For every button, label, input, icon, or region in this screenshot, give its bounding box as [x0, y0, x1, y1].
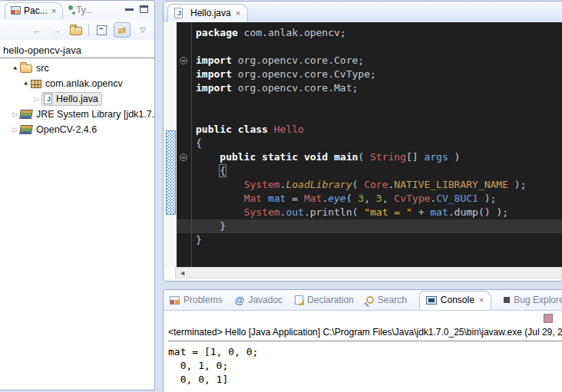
code-token: args: [424, 151, 448, 163]
code-line[interactable]: [192, 40, 562, 54]
horizontal-scrollbar[interactable]: ◄: [175, 267, 562, 278]
back-arrow-icon[interactable]: →: [31, 23, 45, 37]
expanded-arrow-icon[interactable]: ▼: [21, 81, 31, 87]
collapsed-arrow-icon[interactable]: ▷: [11, 126, 20, 133]
tab-type-hierarchy[interactable]: Ty...: [63, 2, 98, 18]
code-line[interactable]: }: [192, 233, 562, 247]
code-line[interactable]: import org.opencv.core.Mat;: [192, 81, 562, 95]
tree-item-hello-java[interactable]: ▷Hello.java: [0, 91, 154, 107]
code-line[interactable]: {: [192, 137, 562, 150]
toolbar-separator: [88, 24, 89, 36]
code-token: System: [244, 206, 280, 218]
code-line[interactable]: {: [192, 164, 562, 178]
code-token: mat: [268, 193, 286, 204]
tree-item-src[interactable]: ▼src: [0, 61, 154, 76]
collapsed-arrow-icon[interactable]: ▷: [32, 95, 41, 103]
tab-console[interactable]: Console×: [419, 291, 491, 310]
code-line[interactable]: }: [192, 219, 562, 233]
console-toolbar-icon[interactable]: [544, 314, 553, 323]
collapse-all-icon[interactable]: [97, 25, 107, 35]
code-token: 3: [376, 193, 382, 204]
tree-item-label: src: [36, 63, 49, 74]
tab-problems[interactable]: Problems: [170, 295, 223, 305]
console-panel: Problems@JavadocDeclarationSearchConsole…: [163, 289, 562, 392]
tree-item-com-anlak-opencv[interactable]: ▼com.anlak.opencv: [0, 76, 154, 91]
code-token: {: [220, 165, 226, 176]
close-icon[interactable]: ×: [235, 8, 241, 18]
library-icon: [19, 125, 33, 134]
forward-arrow-icon[interactable]: →: [50, 23, 64, 37]
code-token: (: [352, 179, 365, 190]
tree-item-label: com.anlak.opencv: [45, 78, 123, 89]
gutter-row: [177, 109, 191, 123]
tree-item-jre-system-library-jdk1-7-0-25-[interactable]: ▷JRE System Library [jdk1.7.0_25]: [0, 107, 154, 122]
code-token: [262, 193, 268, 204]
code-token: {: [196, 137, 202, 149]
package-explorer-panel: Pac... × Ty... → → ⇄ ▽ hello-opencv-java…: [0, 0, 155, 390]
code-editor[interactable]: package com.anlak.opencv;import org.open…: [165, 22, 562, 267]
code-token: (: [358, 151, 370, 163]
code-token: }: [196, 220, 226, 232]
tree-item-label: Hello.java: [56, 94, 98, 104]
gutter-row: [177, 68, 191, 81]
code-token: ,: [364, 193, 376, 204]
link-with-editor-icon[interactable]: ⇄: [114, 22, 131, 38]
tab-declaration[interactable]: Declaration: [295, 295, 354, 305]
console-output[interactable]: mat = [1, 0, 0; 0, 1, 0; 0, 0, 1]: [168, 345, 258, 387]
code-line[interactable]: Mat mat = Mat.eye( 3, 3, CvType.CV_8UC1 …: [192, 192, 562, 206]
tab-search[interactable]: Search: [366, 295, 407, 305]
code-line[interactable]: public static void main( String[] args ): [192, 150, 562, 164]
library-icon: [19, 110, 33, 119]
code-token: ,: [382, 193, 395, 204]
fold-collapse-icon[interactable]: [180, 57, 187, 64]
code-token: .println(: [304, 206, 364, 218]
code-token: 3: [358, 193, 364, 204]
code-line[interactable]: [192, 109, 562, 123]
code-line[interactable]: import org.opencv.core.CvType;: [192, 68, 562, 81]
minimize-icon[interactable]: [125, 8, 134, 15]
code-line[interactable]: [192, 95, 562, 109]
gutter-row: [177, 26, 191, 40]
fold-collapse-icon[interactable]: [180, 153, 187, 161]
tab-package-explorer-label: Pac...: [24, 5, 48, 16]
gutter-row: [177, 123, 191, 137]
project-root-item[interactable]: hello-opencv-java: [0, 40, 154, 58]
code-line[interactable]: System.LoadLibrary( Core.NATIVE_LIBRARY_…: [192, 178, 562, 192]
code-token: [196, 165, 220, 176]
close-icon[interactable]: ×: [51, 6, 57, 15]
gutter-row: [177, 81, 191, 95]
java-file-icon: [174, 8, 183, 18]
code-token: Hello: [274, 124, 304, 135]
code-area: package com.anlak.opencv;import org.open…: [191, 22, 562, 267]
code-token: }: [196, 234, 202, 245]
code-token: mat: [430, 206, 448, 218]
tab-javadoc[interactable]: @Javadoc: [235, 295, 283, 306]
code-line[interactable]: import org.opencv.core.Core;: [192, 54, 562, 68]
code-line[interactable]: package com.anlak.opencv;: [192, 26, 562, 40]
tab-type-hierarchy-label: Ty...: [76, 5, 93, 15]
tree-item-opencv-2-4-6[interactable]: ▷OpenCV-2.4.6: [0, 122, 154, 137]
gutter-row: [177, 206, 191, 219]
code-token: import: [196, 68, 232, 80]
collapsed-arrow-icon[interactable]: ▷: [11, 110, 20, 118]
gutter-row: [177, 54, 191, 68]
code-line[interactable]: public class Hello: [192, 123, 562, 137]
sidebar-toolbar: → → ⇄ ▽: [0, 20, 154, 40]
expanded-arrow-icon[interactable]: ▼: [11, 65, 20, 72]
maximize-icon[interactable]: [140, 5, 148, 13]
tab-bug-explorer[interactable]: Bug Explorer: [504, 295, 562, 305]
tree-item-label: JRE System Library [jdk1.7.0_25]: [36, 109, 154, 120]
go-up-folder-icon[interactable]: [70, 27, 82, 35]
editor-panel: Hello.java × package com.anlak.opencv;im…: [163, 1, 562, 282]
code-line[interactable]: System.out.println( "mat = " + mat.dump(…: [192, 206, 562, 219]
problems-icon: [170, 296, 180, 305]
tab-package-explorer[interactable]: Pac... ×: [5, 2, 63, 19]
editor-tab-hello-java[interactable]: Hello.java ×: [167, 4, 248, 22]
view-menu-icon[interactable]: ▽: [136, 23, 150, 37]
gutter-row: [177, 137, 191, 150]
javadoc-icon: @: [235, 295, 245, 306]
scroll-left-icon[interactable]: ◄: [176, 269, 186, 277]
console-output-line: mat = [1, 0, 0;: [168, 345, 258, 359]
close-icon[interactable]: ×: [478, 295, 484, 305]
code-token: Core: [364, 179, 388, 190]
